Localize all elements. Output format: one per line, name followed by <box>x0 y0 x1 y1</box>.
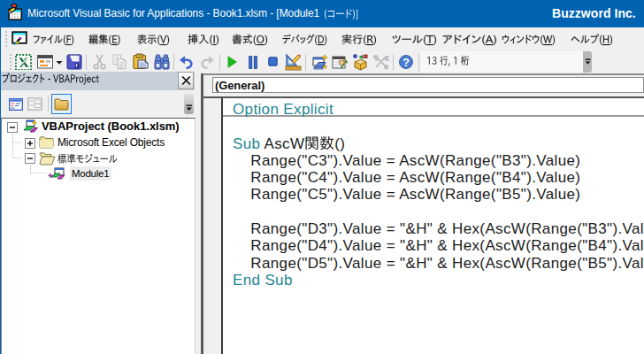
svg-text:?: ? <box>402 56 410 68</box>
